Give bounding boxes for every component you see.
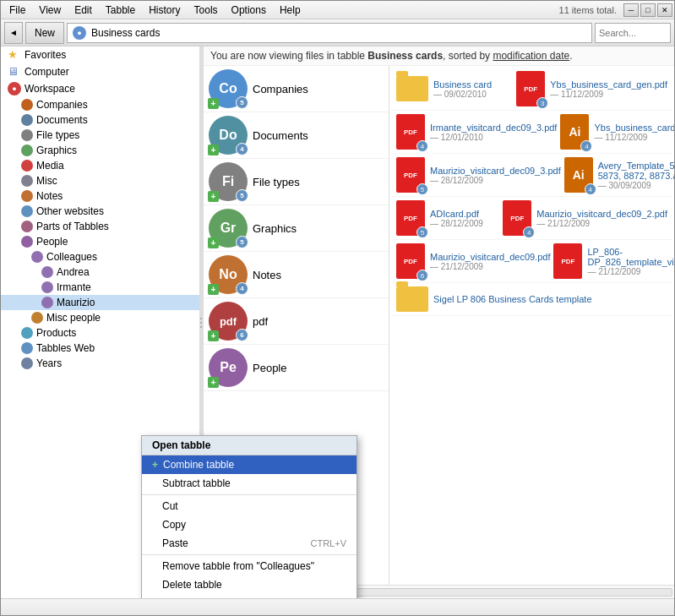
workspace-label: Workspace — [24, 83, 75, 95]
menu-help[interactable]: Help — [273, 3, 308, 18]
category-pdf[interactable]: pdf 6 + pdf — [204, 298, 389, 345]
file-badge: 4 — [523, 226, 535, 238]
category-documents[interactable]: Do 4 + Documents — [204, 112, 389, 159]
sort-by[interactable]: modification date — [493, 50, 569, 62]
notes-initials: No — [219, 267, 237, 282]
category-people[interactable]: Pe + People — [204, 345, 389, 391]
sidebar-item-products[interactable]: Products — [1, 325, 203, 341]
sidebar-item-maurizio[interactable]: Maurizio — [1, 295, 203, 310]
years-icon — [21, 357, 33, 369]
sidebar-item-misc[interactable]: Misc — [1, 173, 203, 188]
menu-options[interactable]: Options — [225, 3, 273, 18]
menu-view[interactable]: View — [32, 3, 68, 18]
sidebar-item-irmante[interactable]: Irmante — [1, 280, 203, 295]
file-item-irmante-pdf[interactable]: PDF 4 Irmante_visitcard_dec09_3.pdf — 12… — [396, 114, 557, 150]
companies-cat-label: Companies — [253, 83, 308, 95]
category-filetypes[interactable]: Fi 5 + File types — [204, 159, 389, 205]
media-label: Media — [36, 160, 64, 172]
context-menu-item-paste[interactable]: Paste CTRL+V — [142, 534, 357, 553]
category-graphics[interactable]: Gr 5 + Graphics — [204, 205, 389, 252]
menu-edit[interactable]: Edit — [68, 3, 99, 18]
companies-initials: Co — [219, 81, 237, 96]
sidebar-item-workspace[interactable]: ● Workspace — [1, 80, 203, 97]
location-bar[interactable]: ● Business cards — [67, 23, 592, 43]
sidebar-item-favorites[interactable]: ★ Favorites — [1, 46, 203, 63]
file-date: — 28/12/2009 — [430, 219, 483, 228]
menu-tabble[interactable]: Tabble — [99, 3, 142, 18]
documents-initials: Do — [219, 128, 237, 143]
maximize-button[interactable]: □ — [640, 3, 656, 17]
window-controls: ─ □ ✕ — [623, 3, 672, 17]
star-icon: ★ — [8, 48, 21, 62]
menu-history[interactable]: History — [142, 3, 187, 18]
tabble-name: Business cards — [367, 50, 443, 62]
file-item-maurizio-pdf3[interactable]: PDF 5 Maurizio_visitcard_dec09_3.pdf — 2… — [396, 157, 561, 193]
rename-label: Rename tabble — [162, 597, 231, 598]
search-input[interactable] — [599, 28, 667, 38]
category-notes[interactable]: No 4 + Notes — [204, 252, 389, 298]
file-date: — 11/12/2009 — [594, 133, 674, 142]
file-item-ybs-ai[interactable]: Ai 4 Ybs_business_card_gen.ai — 11/12/20… — [560, 114, 674, 150]
context-menu-item-delete[interactable]: Delete tabble — [142, 575, 357, 594]
sidebar-item-media[interactable]: Media — [1, 158, 203, 173]
sidebar-item-people[interactable]: People — [1, 234, 203, 249]
sidebar-item-andrea[interactable]: Andrea — [1, 264, 203, 280]
sidebar-item-computer[interactable]: 🖥 Computer — [1, 63, 203, 80]
miscpeople-icon — [31, 312, 43, 324]
graphics-icon — [21, 144, 33, 156]
file-item-maurizio-pdf1[interactable]: PDF 6 Maurizio_visitcard_dec09.pdf — 21/… — [396, 243, 550, 279]
sidebar-item-graphics[interactable]: Graphics — [1, 143, 203, 158]
file-date: — 21/12/2009 — [430, 262, 550, 271]
sidebar-item-file-types[interactable]: File types — [1, 128, 203, 143]
context-menu-item-combine[interactable]: + Combine tabble — [142, 455, 357, 474]
file-item-business-card[interactable]: Business card — 09/02/2010 — [396, 76, 513, 101]
context-menu-item-remove[interactable]: Remove tabble from "Colleagues" — [142, 557, 357, 575]
filetypes-badge: 5 — [236, 189, 248, 202]
close-button[interactable]: ✕ — [657, 3, 672, 17]
context-menu-item-cut[interactable]: Cut — [142, 497, 357, 515]
otherweb-label: Other websites — [36, 205, 104, 217]
category-companies[interactable]: Co 5 + Companies — [204, 66, 389, 112]
minimize-button[interactable]: ─ — [623, 3, 639, 17]
years-label: Years — [36, 357, 62, 369]
context-menu-divider-1 — [142, 494, 357, 495]
file-item-sigel[interactable]: Sigel LP 806 Business Cards template — [396, 286, 667, 312]
documents-icon — [21, 114, 33, 126]
pdf-add-badge: + — [208, 330, 219, 341]
plus-icon: + — [152, 459, 158, 471]
status-bar — [1, 598, 674, 615]
file-item-ybs-pdf[interactable]: PDF 3 Ybs_business_card_gen.pdf — 11/12/… — [516, 71, 667, 106]
sidebar-item-other-websites[interactable]: Other websites — [1, 204, 203, 219]
documents-cat-label: Documents — [253, 129, 308, 142]
sidebar-item-misc-people[interactable]: Misc people — [1, 310, 203, 325]
sidebar-item-notes[interactable]: Notes — [1, 188, 203, 204]
products-icon — [21, 327, 33, 339]
menu-file[interactable]: File — [3, 3, 32, 18]
new-button[interactable]: New — [25, 22, 64, 44]
pdf-initials: pdf — [220, 315, 237, 328]
file-item-maurizio-pdf2[interactable]: PDF 4 Maurizio_visitcard_dec09_2.pdf — 2… — [503, 200, 667, 236]
file-name: LP_806-DP_826_template_visitcards.pdf — [587, 247, 674, 267]
context-menu-item-rename[interactable]: Rename tabble — [142, 594, 357, 598]
context-menu-item-copy[interactable]: Copy — [142, 515, 357, 534]
filetypes-add-badge: + — [208, 191, 219, 202]
sidebar-item-parts-of-tabbles[interactable]: Parts of Tabbles — [1, 219, 203, 234]
file-name: Ybs_business_card_gen.pdf — [550, 79, 667, 90]
sidebar-item-colleagues[interactable]: Colleagues — [1, 249, 203, 264]
graphics-add-badge: + — [208, 237, 219, 248]
sidebar-item-companies[interactable]: Companies — [1, 97, 203, 112]
sidebar-item-years[interactable]: Years — [1, 356, 203, 371]
sidebar-item-documents[interactable]: Documents — [1, 112, 203, 128]
graphics-badge: 5 — [236, 236, 248, 248]
file-date: — 30/09/2009 — [598, 181, 674, 190]
context-menu-item-subtract[interactable]: Subtract tabble — [142, 474, 357, 493]
search-bar[interactable] — [595, 23, 671, 43]
file-item-avery-ai[interactable]: Ai 4 Avery_Template_5872, 5873, 8872, 88… — [564, 157, 674, 193]
menu-tools[interactable]: Tools — [188, 3, 225, 18]
sidebar-item-tabbles-web[interactable]: Tabbles Web — [1, 341, 203, 356]
back-button[interactable]: ◄ — [4, 22, 23, 44]
file-badge: 4 — [580, 140, 592, 152]
graphics-circle: Gr 5 + — [209, 209, 248, 248]
file-item-lp806[interactable]: PDF LP_806-DP_826_template_visitcards.pd… — [553, 243, 674, 279]
file-item-adicard-pdf[interactable]: PDF 5 ADIcard.pdf — 28/12/2009 — [396, 200, 499, 236]
